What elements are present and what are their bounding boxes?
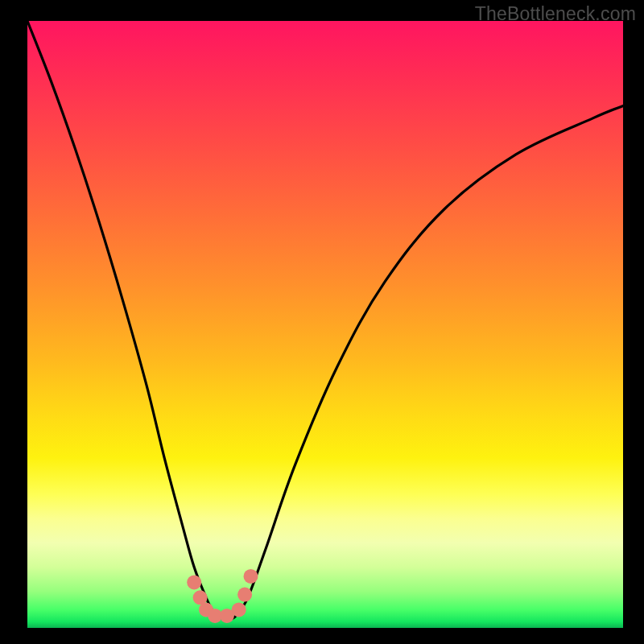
curve-svg — [27, 21, 623, 628]
curve-marker — [187, 575, 201, 589]
curve-marker-group — [187, 569, 258, 623]
chart-frame: TheBottleneck.com — [0, 0, 644, 644]
curve-marker — [232, 602, 246, 617]
curve-marker — [237, 588, 252, 602]
bottleneck-curve — [27, 21, 623, 619]
curve-marker — [244, 569, 258, 584]
plot-area — [27, 21, 623, 628]
